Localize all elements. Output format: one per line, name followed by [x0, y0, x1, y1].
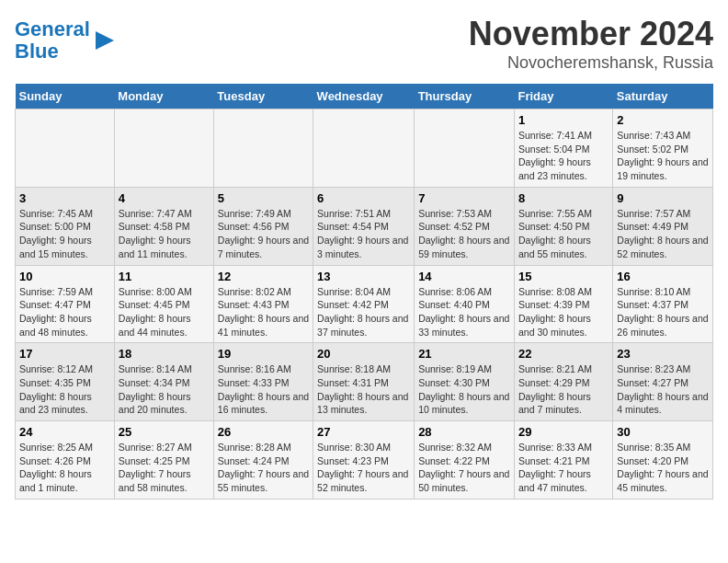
calendar-cell: 15Sunrise: 8:08 AM Sunset: 4:39 PM Dayli… [514, 265, 612, 343]
calendar-cell: 24Sunrise: 8:25 AM Sunset: 4:26 PM Dayli… [16, 421, 115, 500]
calendar-cell [213, 109, 313, 188]
day-info: Sunrise: 8:21 AM Sunset: 4:29 PM Dayligh… [518, 362, 609, 417]
calendar-cell: 16Sunrise: 8:10 AM Sunset: 4:37 PM Dayli… [613, 265, 713, 343]
day-number: 16 [617, 270, 709, 283]
calendar-header-row: SundayMondayTuesdayWednesdayThursdayFrid… [16, 84, 713, 109]
day-number: 6 [317, 191, 410, 205]
day-number: 22 [518, 347, 609, 361]
calendar-week-row: 17Sunrise: 8:12 AM Sunset: 4:35 PM Dayli… [16, 343, 713, 421]
calendar-cell: 22Sunrise: 8:21 AM Sunset: 4:29 PM Dayli… [514, 343, 612, 421]
calendar-cell: 7Sunrise: 7:53 AM Sunset: 4:52 PM Daylig… [415, 187, 515, 265]
calendar-cell: 3Sunrise: 7:45 AM Sunset: 5:00 PM Daylig… [16, 187, 115, 265]
day-info: Sunrise: 7:59 AM Sunset: 4:47 PM Dayligh… [19, 285, 110, 339]
calendar-cell: 13Sunrise: 8:04 AM Sunset: 4:42 PM Dayli… [313, 265, 415, 343]
calendar-cell: 8Sunrise: 7:55 AM Sunset: 4:50 PM Daylig… [514, 187, 612, 265]
day-number: 12 [218, 270, 309, 283]
calendar-cell: 18Sunrise: 8:14 AM Sunset: 4:34 PM Dayli… [114, 343, 213, 421]
day-info: Sunrise: 7:43 AM Sunset: 5:02 PM Dayligh… [617, 129, 709, 183]
day-info: Sunrise: 7:55 AM Sunset: 4:50 PM Dayligh… [518, 207, 609, 261]
day-info: Sunrise: 7:45 AM Sunset: 5:00 PM Dayligh… [19, 207, 110, 261]
logo: General Blue [15, 18, 118, 63]
calendar-week-row: 24Sunrise: 8:25 AM Sunset: 4:26 PM Dayli… [16, 421, 713, 500]
day-number: 28 [418, 425, 510, 439]
day-info: Sunrise: 8:08 AM Sunset: 4:39 PM Dayligh… [518, 285, 609, 339]
page-title: November 2024 [469, 15, 713, 53]
calendar-cell: 26Sunrise: 8:28 AM Sunset: 4:24 PM Dayli… [213, 421, 313, 500]
day-number: 11 [119, 270, 210, 283]
day-number: 18 [119, 347, 210, 361]
calendar-cell: 20Sunrise: 8:18 AM Sunset: 4:31 PM Dayli… [313, 343, 415, 421]
calendar-cell [114, 109, 213, 188]
logo-line1: General [15, 17, 90, 40]
day-number: 23 [617, 347, 709, 361]
calendar-cell: 2Sunrise: 7:43 AM Sunset: 5:02 PM Daylig… [613, 109, 713, 188]
day-number: 20 [317, 347, 410, 361]
day-number: 30 [617, 425, 709, 439]
day-info: Sunrise: 8:12 AM Sunset: 4:35 PM Dayligh… [19, 362, 110, 417]
header-cell-wednesday: Wednesday [313, 84, 415, 109]
day-number: 4 [119, 191, 210, 205]
day-number: 9 [617, 191, 709, 205]
day-info: Sunrise: 7:49 AM Sunset: 4:56 PM Dayligh… [218, 207, 309, 261]
calendar-week-row: 10Sunrise: 7:59 AM Sunset: 4:47 PM Dayli… [16, 265, 713, 343]
day-info: Sunrise: 8:35 AM Sunset: 4:20 PM Dayligh… [617, 441, 709, 495]
day-info: Sunrise: 8:27 AM Sunset: 4:25 PM Dayligh… [119, 441, 210, 495]
calendar-week-row: 1Sunrise: 7:41 AM Sunset: 5:04 PM Daylig… [16, 109, 713, 188]
calendar-cell: 30Sunrise: 8:35 AM Sunset: 4:20 PM Dayli… [613, 421, 713, 500]
title-area: November 2024 Novocheremshansk, Russia [469, 15, 713, 73]
day-number: 8 [518, 191, 609, 205]
calendar-cell: 10Sunrise: 7:59 AM Sunset: 4:47 PM Dayli… [16, 265, 115, 343]
day-number: 24 [19, 425, 110, 439]
day-number: 7 [418, 191, 510, 205]
day-number: 2 [617, 113, 709, 127]
day-info: Sunrise: 8:06 AM Sunset: 4:40 PM Dayligh… [418, 285, 510, 339]
day-info: Sunrise: 8:00 AM Sunset: 4:45 PM Dayligh… [119, 285, 210, 339]
day-info: Sunrise: 7:53 AM Sunset: 4:52 PM Dayligh… [418, 207, 510, 261]
day-number: 21 [418, 347, 510, 361]
day-number: 26 [218, 425, 309, 439]
day-number: 27 [317, 425, 410, 439]
header-cell-saturday: Saturday [613, 84, 713, 109]
calendar-week-row: 3Sunrise: 7:45 AM Sunset: 5:00 PM Daylig… [16, 187, 713, 265]
day-info: Sunrise: 8:04 AM Sunset: 4:42 PM Dayligh… [317, 285, 410, 339]
day-number: 1 [518, 113, 609, 127]
day-number: 25 [119, 425, 210, 439]
calendar-cell: 14Sunrise: 8:06 AM Sunset: 4:40 PM Dayli… [415, 265, 515, 343]
logo-line2: Blue [15, 40, 59, 63]
day-info: Sunrise: 7:41 AM Sunset: 5:04 PM Dayligh… [518, 129, 609, 183]
logo-icon [92, 28, 118, 53]
calendar-cell: 1Sunrise: 7:41 AM Sunset: 5:04 PM Daylig… [514, 109, 612, 188]
calendar-table: SundayMondayTuesdayWednesdayThursdayFrid… [15, 84, 713, 500]
calendar-cell: 6Sunrise: 7:51 AM Sunset: 4:54 PM Daylig… [313, 187, 415, 265]
day-info: Sunrise: 8:16 AM Sunset: 4:33 PM Dayligh… [218, 362, 309, 417]
day-info: Sunrise: 7:51 AM Sunset: 4:54 PM Dayligh… [317, 207, 410, 261]
day-info: Sunrise: 8:32 AM Sunset: 4:22 PM Dayligh… [418, 441, 510, 495]
day-number: 29 [518, 425, 609, 439]
day-info: Sunrise: 8:23 AM Sunset: 4:27 PM Dayligh… [617, 362, 709, 417]
calendar-cell: 19Sunrise: 8:16 AM Sunset: 4:33 PM Dayli… [213, 343, 313, 421]
day-info: Sunrise: 8:33 AM Sunset: 4:21 PM Dayligh… [518, 441, 609, 495]
calendar-cell: 17Sunrise: 8:12 AM Sunset: 4:35 PM Dayli… [16, 343, 115, 421]
header: General Blue November 2024 Novocheremsha… [15, 15, 713, 73]
calendar-cell: 12Sunrise: 8:02 AM Sunset: 4:43 PM Dayli… [213, 265, 313, 343]
calendar-cell: 28Sunrise: 8:32 AM Sunset: 4:22 PM Dayli… [415, 421, 515, 500]
day-number: 19 [218, 347, 309, 361]
calendar-cell: 11Sunrise: 8:00 AM Sunset: 4:45 PM Dayli… [114, 265, 213, 343]
calendar-cell: 9Sunrise: 7:57 AM Sunset: 4:49 PM Daylig… [613, 187, 713, 265]
logo-text: General Blue [15, 18, 90, 63]
day-number: 3 [19, 191, 110, 205]
day-info: Sunrise: 8:19 AM Sunset: 4:30 PM Dayligh… [418, 362, 510, 417]
calendar-cell: 21Sunrise: 8:19 AM Sunset: 4:30 PM Dayli… [415, 343, 515, 421]
day-info: Sunrise: 8:10 AM Sunset: 4:37 PM Dayligh… [617, 285, 709, 339]
calendar-cell: 29Sunrise: 8:33 AM Sunset: 4:21 PM Dayli… [514, 421, 612, 500]
calendar-cell [313, 109, 415, 188]
calendar-cell [16, 109, 115, 188]
calendar-cell: 4Sunrise: 7:47 AM Sunset: 4:58 PM Daylig… [114, 187, 213, 265]
day-number: 13 [317, 270, 410, 283]
calendar-cell: 5Sunrise: 7:49 AM Sunset: 4:56 PM Daylig… [213, 187, 313, 265]
calendar-cell: 25Sunrise: 8:27 AM Sunset: 4:25 PM Dayli… [114, 421, 213, 500]
day-number: 14 [418, 270, 510, 283]
header-cell-sunday: Sunday [16, 84, 115, 109]
calendar-cell: 27Sunrise: 8:30 AM Sunset: 4:23 PM Dayli… [313, 421, 415, 500]
day-number: 10 [19, 270, 110, 283]
